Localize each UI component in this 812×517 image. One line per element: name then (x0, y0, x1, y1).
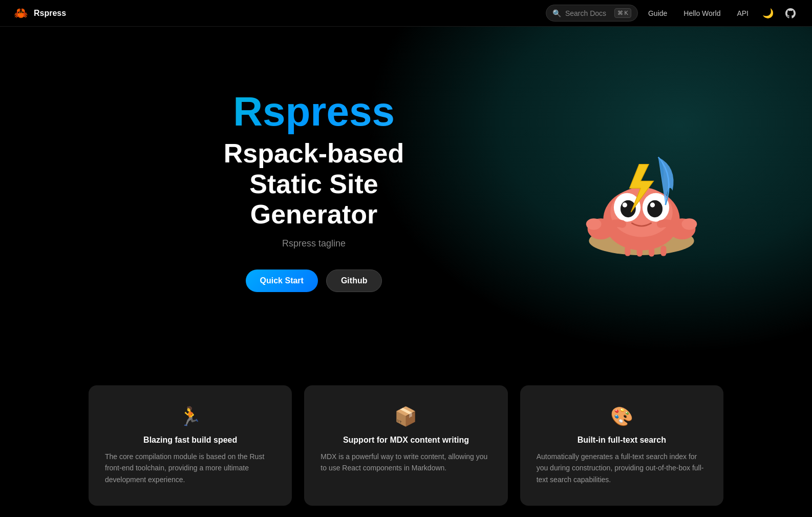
navbar: 🦀 Rspress 🔍 Search Docs ⌘ K Guide Hello … (0, 0, 812, 27)
hero-mascot (560, 109, 723, 273)
github-icon (785, 8, 796, 18)
quick-start-button[interactable]: Quick Start (246, 270, 318, 292)
search-placeholder: Search Docs (565, 9, 610, 17)
github-button[interactable] (781, 4, 800, 23)
svg-rect-17 (660, 245, 666, 256)
feature-desc-1: MDX is a powerful way to write content, … (320, 451, 491, 474)
svg-point-6 (647, 200, 663, 218)
theme-toggle-button[interactable]: 🌙 (759, 4, 777, 23)
feature-title-2: Built-in full-text search (537, 436, 707, 445)
feature-desc-2: Automatically generates a full-text sear… (537, 451, 707, 485)
hero-text: Rspress Rspack-basedStatic SiteGenerator… (89, 89, 539, 292)
github-button-hero[interactable]: Github (326, 270, 382, 292)
hero-buttons: Quick Start Github (89, 270, 539, 292)
feature-title-0: Blazing fast build speed (105, 436, 275, 445)
search-kbd: ⌘ K (614, 8, 631, 18)
feature-icon-2: 🎨 (537, 406, 707, 427)
moon-icon: 🌙 (762, 8, 774, 19)
logo-icon: 🦀 (12, 5, 29, 22)
hero-subtitle: Rspack-basedStatic SiteGenerator (89, 138, 539, 230)
hero-section: Rspress Rspack-basedStatic SiteGenerator… (0, 27, 812, 355)
feature-card-1: 📦 Support for MDX content writing MDX is… (304, 385, 507, 506)
hero-content: Rspress Rspack-basedStatic SiteGenerator… (48, 58, 764, 323)
svg-point-12 (681, 218, 697, 230)
feature-card-2: 🎨 Built-in full-text search Automaticall… (520, 385, 723, 506)
logo-text: Rspress (34, 9, 66, 18)
search-icon: 🔍 (552, 9, 561, 17)
svg-rect-15 (637, 247, 643, 257)
feature-icon-0: 🏃 (105, 406, 275, 427)
hero-title: Rspress (89, 89, 539, 134)
svg-rect-16 (649, 247, 654, 257)
mascot-svg (570, 119, 713, 262)
feature-icon-1: 📦 (320, 406, 491, 427)
logo[interactable]: 🦀 Rspress (12, 5, 66, 22)
nav-link-hello-world[interactable]: Hello World (677, 6, 726, 20)
nav-link-api[interactable]: API (731, 6, 755, 20)
nav-right: 🔍 Search Docs ⌘ K Guide Hello World API … (546, 4, 800, 23)
search-bar[interactable]: 🔍 Search Docs ⌘ K (546, 5, 638, 22)
hero-tagline: Rspress tagline (89, 238, 539, 249)
svg-point-7 (623, 202, 627, 207)
svg-point-10 (586, 218, 602, 230)
feature-title-1: Support for MDX content writing (320, 436, 491, 445)
features-grid: 🏃 Blazing fast build speed The core comp… (48, 355, 764, 517)
svg-point-8 (650, 202, 655, 207)
feature-desc-0: The core compilation module is based on … (105, 451, 275, 485)
features-section: 🏃 Blazing fast build speed The core comp… (0, 355, 812, 517)
svg-rect-14 (625, 245, 630, 256)
feature-card-0: 🏃 Blazing fast build speed The core comp… (89, 385, 292, 506)
nav-link-guide[interactable]: Guide (642, 6, 673, 20)
